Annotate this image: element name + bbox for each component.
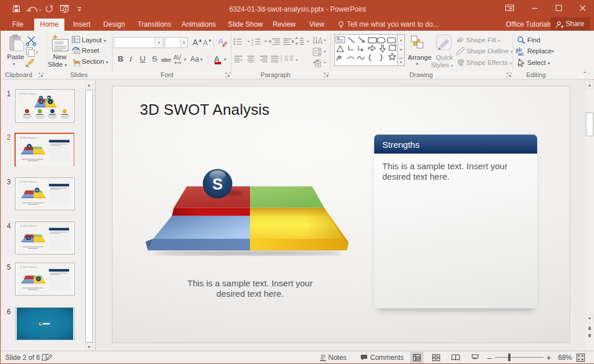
svg-text:S: S xyxy=(40,97,41,99)
svg-text:S: S xyxy=(28,145,30,148)
svg-text:O: O xyxy=(41,101,42,103)
svg-text:3D SWOT Analysis: 3D SWOT Analysis xyxy=(20,181,38,183)
svg-text:W: W xyxy=(48,97,50,99)
svg-text:O: O xyxy=(27,236,29,239)
svg-text:A: A xyxy=(218,37,223,46)
svg-text:3: 3 xyxy=(252,43,253,46)
svg-text:3D SWOT Analysis: 3D SWOT Analysis xyxy=(20,137,37,139)
svg-text:W: W xyxy=(36,189,38,192)
svg-text:3D SWOT Analysis: 3D SWOT Analysis xyxy=(20,93,37,95)
svg-text:ac: ac xyxy=(518,51,524,56)
svg-text:S: S xyxy=(212,176,223,193)
svg-text:3D SWOT Analysis: 3D SWOT Analysis xyxy=(20,225,38,227)
svg-text:A: A xyxy=(337,37,340,40)
svg-text:3D SWOT Analysis: 3D SWOT Analysis xyxy=(20,266,38,268)
